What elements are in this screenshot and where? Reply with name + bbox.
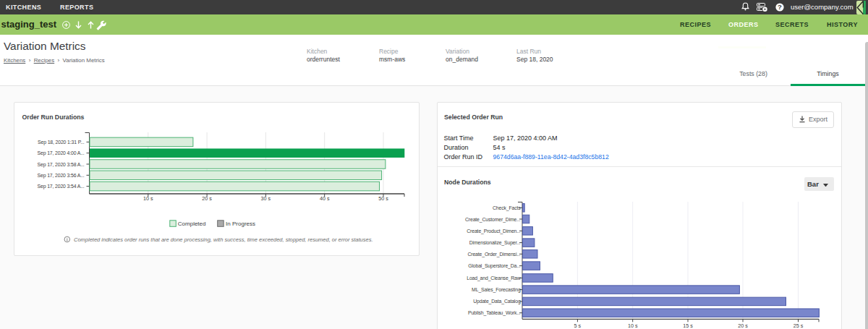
- svg-text:Sep 17, 2020 4:00 A...: Sep 17, 2020 4:00 A...: [38, 150, 85, 156]
- svg-text:25 s: 25 s: [793, 322, 804, 329]
- svg-text:Sep 17, 2020 3:56 A...: Sep 17, 2020 3:56 A...: [38, 173, 85, 179]
- svg-text:50 s: 50 s: [378, 195, 388, 202]
- svg-text:Check_Facts: Check_Facts: [493, 205, 521, 211]
- svg-text:30 s: 30 s: [261, 195, 271, 202]
- svg-text:Sep 18, 2020 1:31 P...: Sep 18, 2020 1:31 P...: [38, 140, 85, 145]
- svg-text:20 s: 20 s: [738, 322, 748, 329]
- svg-text:Sep 17, 2020 3:58 A...: Sep 17, 2020 3:58 A...: [38, 162, 85, 168]
- svg-text:Load_and_Cleanse_Raw: Load_and_Cleanse_Raw: [467, 275, 521, 281]
- svg-text:20 s: 20 s: [202, 195, 212, 202]
- svg-text:Create_Product_Dimen...: Create_Product_Dimen...: [467, 228, 521, 234]
- svg-text:Create_Customer_Dime...: Create_Customer_Dime...: [465, 217, 521, 223]
- svg-text:10 s: 10 s: [628, 322, 638, 329]
- svg-text:5 s: 5 s: [574, 322, 582, 329]
- svg-text:Sep 17, 2020 3:54 A...: Sep 17, 2020 3:54 A...: [38, 184, 85, 189]
- svg-text:?: ?: [778, 3, 782, 11]
- svg-text:Completed indicates order runs: Completed indicates order runs that are …: [74, 236, 373, 243]
- svg-text:In Progress: In Progress: [226, 221, 255, 227]
- svg-text:40 s: 40 s: [320, 195, 330, 202]
- svg-text:ML_Sales_Forecasting: ML_Sales_Forecasting: [472, 287, 521, 293]
- svg-text:Completed: Completed: [178, 221, 206, 227]
- svg-text:Update_Data_Catalog: Update_Data_Catalog: [473, 299, 521, 304]
- svg-text:Create_Order_Dimensi...: Create_Order_Dimensi...: [467, 252, 520, 257]
- svg-text:Dimensionalize_Super...: Dimensionalize_Super...: [469, 240, 521, 246]
- svg-text:Global_Superstore_Da...: Global_Superstore_Da...: [468, 263, 521, 269]
- svg-text:Publish_Tableau_Work...: Publish_Tableau_Work...: [468, 310, 521, 316]
- svg-text:10 s: 10 s: [143, 195, 153, 202]
- svg-text:15 s: 15 s: [683, 322, 693, 329]
